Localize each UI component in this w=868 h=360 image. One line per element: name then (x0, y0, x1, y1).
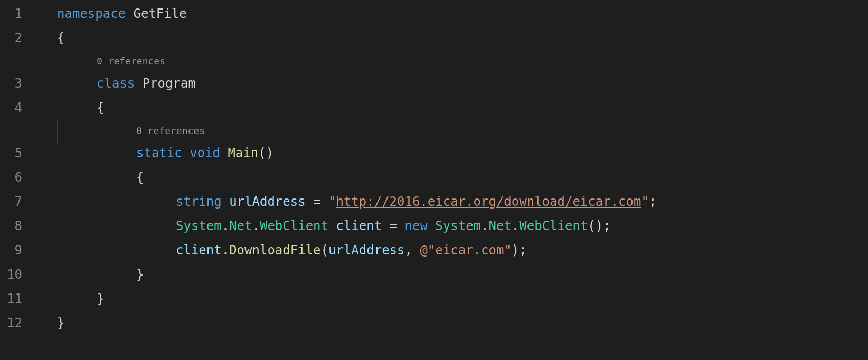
semicolon: ; (603, 214, 610, 239)
code-line[interactable]: 4 { (0, 96, 868, 120)
string-filename: eicar.com (435, 239, 504, 263)
rparen: ) (512, 239, 519, 263)
var-client-ref: client (176, 239, 222, 263)
keyword-class: class (97, 72, 135, 96)
code-content[interactable]: namespace GetFile (37, 2, 868, 26)
line-number: 7 (0, 190, 37, 214)
line-number: 12 (0, 311, 37, 336)
ns-system: System (176, 214, 222, 239)
code-line[interactable]: 6 { (0, 166, 868, 190)
semicolon: ; (649, 190, 656, 214)
type-webclient: WebClient (260, 214, 328, 239)
code-content[interactable]: System.Net.WebClient client = new System… (37, 214, 868, 239)
line-number: 5 (0, 141, 37, 166)
operator-eq: = (382, 214, 404, 239)
line-number: 8 (0, 214, 37, 239)
code-content[interactable]: client.DownloadFile(urlAddress, @"eicar.… (37, 239, 868, 263)
at-symbol: @ (420, 239, 427, 263)
codelens-references[interactable]: 0 references (97, 52, 165, 70)
code-editor[interactable]: 1 namespace GetFile 2 { 0 references 3 c… (0, 0, 868, 336)
type-webclient: WebClient (519, 214, 588, 239)
method-downloadfile: DownloadFile (229, 239, 320, 263)
code-content[interactable]: 0 references (37, 122, 868, 140)
comma: , (405, 239, 420, 263)
brace: } (57, 311, 64, 336)
code-line[interactable]: 9 client.DownloadFile(urlAddress, @"eica… (0, 239, 868, 263)
line-number: 2 (0, 26, 37, 51)
code-content[interactable]: class Program (37, 72, 868, 96)
keyword-namespace: namespace (57, 2, 126, 26)
method-main: Main (220, 141, 258, 166)
parens: () (588, 214, 603, 239)
code-content[interactable]: { (37, 96, 868, 120)
lparen: ( (321, 239, 328, 263)
line-number: 4 (0, 96, 37, 120)
namespace-name: GetFile (126, 2, 187, 26)
dot: . (512, 214, 519, 239)
brace: } (136, 263, 144, 287)
ns-net: Net (489, 214, 512, 239)
line-number: 3 (0, 72, 37, 96)
dot: . (222, 214, 229, 239)
code-content[interactable]: } (37, 311, 868, 336)
string-quote: " (328, 190, 336, 214)
keyword-new: new (405, 214, 428, 239)
code-line[interactable]: 3 class Program (0, 72, 868, 96)
code-line[interactable]: 11 } (0, 287, 868, 311)
var-urlAddress-ref: urlAddress (328, 239, 405, 263)
ns-system: System (435, 214, 481, 239)
code-line[interactable]: 8 System.Net.WebClient client = new Syst… (0, 214, 868, 239)
codelens-row: 0 references (0, 120, 868, 141)
code-content[interactable]: { (37, 26, 868, 51)
keyword-string: string (176, 190, 222, 214)
line-number: 6 (0, 166, 37, 190)
code-content[interactable]: } (37, 263, 868, 287)
code-line[interactable]: 5 static void Main() (0, 141, 868, 166)
semicolon: ; (519, 239, 526, 263)
code-content[interactable]: } (37, 287, 868, 311)
string-quote: " (428, 239, 435, 263)
code-line[interactable]: 1 namespace GetFile (0, 2, 868, 26)
space (428, 214, 435, 239)
codelens-row: 0 references (0, 51, 868, 72)
line-number: 9 (0, 239, 37, 263)
keyword-static: static (136, 141, 182, 166)
dot: . (481, 214, 488, 239)
code-content[interactable]: { (37, 166, 868, 190)
class-name: Program (135, 72, 196, 96)
brace: { (136, 166, 144, 190)
code-line[interactable]: 2 { (0, 26, 868, 51)
code-content[interactable]: 0 references (37, 52, 868, 70)
brace: } (97, 287, 104, 311)
code-line[interactable]: 7 string urlAddress = "http://2016.eicar… (0, 190, 868, 214)
keyword-void: void (182, 141, 220, 166)
var-urlAddress: urlAddress (222, 190, 306, 214)
string-url[interactable]: http://2016.eicar.org/download/eicar.com (336, 190, 641, 214)
brace: { (97, 96, 104, 120)
code-line[interactable]: 10 } (0, 263, 868, 287)
codelens-references[interactable]: 0 references (136, 122, 205, 140)
string-quote: " (504, 239, 511, 263)
string-quote: " (641, 190, 648, 214)
operator-eq: = (306, 190, 328, 214)
code-line[interactable]: 12 } (0, 311, 868, 336)
dot: . (222, 239, 229, 263)
code-content[interactable]: static void Main() (37, 141, 868, 166)
dot: . (252, 214, 260, 239)
var-client: client (328, 214, 382, 239)
code-content[interactable]: string urlAddress = "http://2016.eicar.o… (37, 190, 868, 214)
line-number: 10 (0, 263, 37, 287)
line-number: 11 (0, 287, 37, 311)
brace: { (57, 26, 64, 51)
parens: () (258, 141, 273, 166)
ns-net: Net (229, 214, 252, 239)
line-number: 1 (0, 2, 37, 26)
